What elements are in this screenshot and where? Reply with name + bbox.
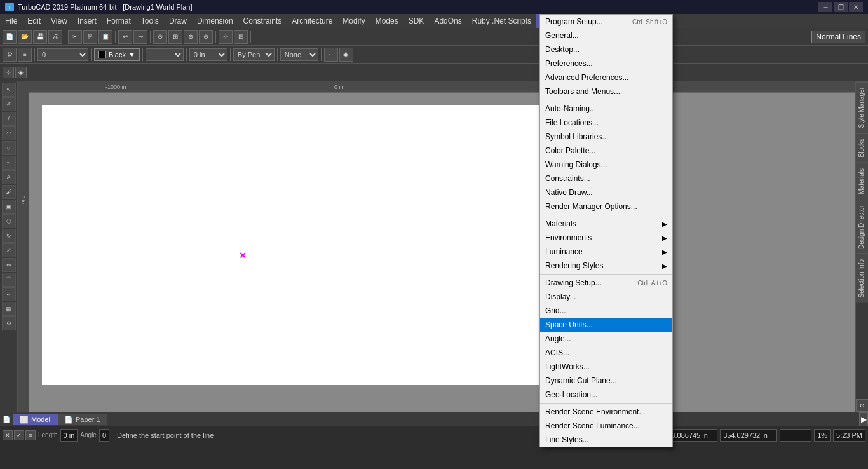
grid-button[interactable]: ⊞ (234, 30, 248, 44)
menu-format[interactable]: Format (102, 14, 136, 28)
rotate-tool[interactable]: ↻ (2, 229, 16, 243)
cut-button[interactable]: ✂ (68, 30, 82, 44)
confirm-button[interactable]: ✓ (14, 430, 24, 440)
view-toggle[interactable]: ◈ (15, 67, 27, 78)
tab-design-director[interactable]: Design Director (856, 200, 868, 254)
save-button[interactable]: 💾 (33, 30, 47, 44)
snap-button[interactable]: ⊹ (219, 30, 233, 44)
scale-tool[interactable]: ⤢ (2, 243, 16, 257)
menu-render-scene-environment[interactable]: Render Scene Environment... (540, 405, 672, 419)
menu-geo-location[interactable]: Geo-Location... (540, 388, 672, 402)
menu-view[interactable]: View (46, 14, 72, 28)
menu-luminance[interactable]: Luminance ▶ (540, 245, 672, 259)
menu-toolbars-menus[interactable]: Toolbars and Menus... (540, 85, 672, 99)
menu-modify[interactable]: Modify (337, 14, 370, 28)
menu-materials[interactable]: Materials ▶ (540, 217, 672, 231)
scroll-right-btn[interactable]: ▶ (859, 412, 868, 426)
menu-ruby-net-scripts[interactable]: Ruby .Net Scripts (467, 14, 536, 28)
menu-display[interactable]: Display... (540, 290, 672, 304)
menu-general[interactable]: General... (540, 29, 672, 43)
tab-selection-info[interactable]: Selection Info (856, 254, 868, 303)
menu-grid[interactable]: Grid... (540, 304, 672, 318)
menu-lightworks[interactable]: LightWorks... (540, 360, 672, 374)
angle-field[interactable]: 0 (99, 429, 109, 442)
menu-drawing-setup[interactable]: Drawing Setup... Ctrl+Alt+O (540, 276, 672, 290)
minimize-button[interactable]: ─ (818, 2, 832, 12)
menu-angle[interactable]: Angle... (540, 332, 672, 346)
pen-select[interactable]: By Pen (233, 48, 275, 61)
properties-button[interactable]: ⚙ (3, 48, 17, 62)
line-tool[interactable]: / (2, 112, 16, 126)
menu-advanced-preferences[interactable]: Advanced Preferences... (540, 71, 672, 85)
menu-file-locations[interactable]: File Locations... (540, 116, 672, 130)
window-controls[interactable]: ─ ❐ ✕ (818, 2, 863, 12)
open-button[interactable]: 📂 (18, 30, 32, 44)
menu-architecture[interactable]: Architecture (287, 14, 337, 28)
layer-indicator[interactable]: ≡ (25, 430, 36, 440)
menu-native-draw[interactable]: Native Draw... (540, 186, 672, 200)
select-tool[interactable]: ↖ (2, 83, 16, 97)
menu-tools[interactable]: Tools (136, 14, 164, 28)
curve-tool[interactable]: ~ (2, 156, 16, 170)
right-panel-icon[interactable]: ⊙ (856, 399, 868, 412)
tab-materials[interactable]: Materials (856, 163, 868, 200)
tab-style-manager[interactable]: Style Manager (856, 81, 868, 133)
fillet-tool[interactable]: ⌒ (2, 273, 16, 287)
menu-color-palette[interactable]: Color Palette... (540, 144, 672, 158)
edit-tool[interactable]: ✐ (2, 97, 16, 111)
menu-render-manager-options[interactable]: Render Manager Options... (540, 200, 672, 214)
zoom-in-button[interactable]: ⊕ (184, 30, 198, 44)
extrude-tool[interactable]: ⬡ (2, 214, 16, 228)
menu-dimension[interactable]: Dimension (192, 14, 238, 28)
layer-select[interactable]: 0 (37, 48, 88, 61)
menu-line-styles[interactable]: Line Styles... (540, 433, 672, 447)
hatch-tool[interactable]: ▦ (2, 302, 16, 316)
menu-environments[interactable]: Environments ▶ (540, 231, 672, 245)
menu-addons[interactable]: AddOns (429, 14, 466, 28)
dim-tool[interactable]: ↔ (2, 287, 16, 301)
menu-file[interactable]: File (0, 14, 22, 28)
menu-draw[interactable]: Draw (164, 14, 192, 28)
circle-tool[interactable]: ○ (2, 141, 16, 155)
line-width-select[interactable]: 0 in (189, 48, 227, 61)
pick-style-button[interactable]: ◉ (339, 48, 353, 62)
menu-modes[interactable]: Modes (370, 14, 403, 28)
length-field[interactable]: 0 in (60, 429, 78, 442)
text-tool[interactable]: A (2, 170, 16, 184)
menu-preferences[interactable]: Preferences... (540, 57, 672, 71)
zoom-out-button[interactable]: ⊖ (199, 30, 213, 44)
tab-blocks[interactable]: Blocks (856, 133, 868, 162)
tab-model[interactable]: ⬜ Model (13, 414, 57, 425)
undo-button[interactable]: ↩ (118, 30, 132, 44)
canvas-area[interactable]: -1000 in 0 in 1000 in 0 in ✕ (18, 81, 855, 412)
close-button[interactable]: ✕ (849, 2, 863, 12)
zoom-fit-button[interactable]: ⊙ (153, 30, 167, 44)
layer-button[interactable]: ≡ (18, 48, 32, 62)
menu-desktop[interactable]: Desktop... (540, 43, 672, 57)
fill-select[interactable]: None (280, 48, 318, 61)
menu-sdk[interactable]: SDK (403, 14, 430, 28)
3d-tool[interactable]: ▣ (2, 200, 16, 214)
settings-tool[interactable]: ⚙ (2, 316, 16, 330)
snap-toggle[interactable]: ⊹ (3, 67, 14, 78)
zoom-window-button[interactable]: ⊞ (168, 30, 182, 44)
menu-rendering-styles[interactable]: Rendering Styles ▶ (540, 259, 672, 273)
menu-symbol-libraries[interactable]: Symbol Libraries... (540, 130, 672, 144)
menu-warning-dialogs[interactable]: Warning Dialogs... (540, 158, 672, 172)
color-dropdown[interactable]: Black ▼ (94, 48, 140, 61)
tab-paper1[interactable]: 📄 Paper 1 (57, 414, 107, 425)
mirror-tool[interactable]: ⇔ (2, 258, 16, 272)
menu-render-scene-luminance[interactable]: Render Scene Luminance... (540, 419, 672, 433)
line-style-select[interactable]: ───── (146, 48, 184, 61)
menu-insert[interactable]: Insert (72, 14, 102, 28)
menu-acis[interactable]: ACIS... (540, 346, 672, 360)
menu-constraints[interactable]: Constraints... (540, 172, 672, 186)
cancel-button[interactable]: ✕ (3, 430, 13, 440)
menu-dynamic-cut-plane[interactable]: Dynamic Cut Plane... (540, 374, 672, 388)
menu-constraints[interactable]: Constraints (238, 14, 287, 28)
drawing-canvas[interactable]: ✕ (29, 93, 855, 412)
new-button[interactable]: 📄 (3, 30, 17, 44)
menu-program-setup[interactable]: Program Setup... Ctrl+Shift+O (540, 15, 672, 29)
paste-button[interactable]: 📋 (98, 30, 112, 44)
menu-space-units[interactable]: Space Units... (540, 318, 672, 332)
